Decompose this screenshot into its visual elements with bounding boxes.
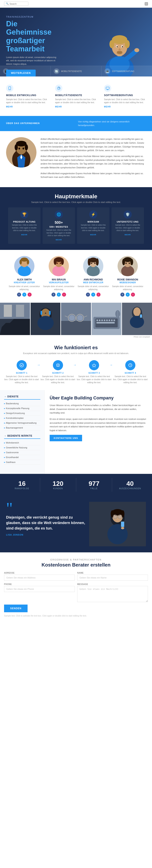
market-item-2[interactable]: Gastronomie [4,450,40,455]
about-banner: ÜBER DAS UNTERNEHMEN Von richtig dlagest… [0,116,152,131]
service-item-3[interactable]: Konstruktionsplan [4,416,40,421]
service-mobility-link[interactable]: MEHR [55,105,97,108]
service-mobile: MOBILE ENTWICKLUNG Sample text. Click to… [4,83,50,110]
twitter-icon-1[interactable]: t [57,292,61,297]
feature-btn-2[interactable]: MEHR [80,234,106,236]
contact-title: Kostenlosen Berater erstellen [4,562,148,568]
svg-rect-87 [104,319,105,321]
twitter-icon-2[interactable]: t [91,292,95,297]
market-item-3[interactable]: Einzelhandel [4,455,40,460]
market-item-1[interactable]: Gewerbliche Nutzung [4,445,40,450]
contact-us-button[interactable]: KONTAKTIERE UNS [50,435,82,441]
instagram-icon-2[interactable]: i [97,292,101,297]
submit-button[interactable]: SENDEN [4,604,28,612]
team-text-2: Sample dolor sit amet, consectetur adipi… [78,285,109,291]
svg-rect-84 [97,319,98,321]
svg-rect-85 [99,319,101,321]
market-item-4[interactable]: Gasthaus [4,460,40,465]
phone-input[interactable] [4,586,75,592]
team-role-3: WEBDESIGNER [112,281,144,284]
search-bar[interactable]: 🔍 [4,2,28,6]
phone-group: Phone [4,583,75,592]
facebook-icon-3[interactable]: f [120,292,124,297]
svg-point-114 [118,515,122,518]
facebook-icon-0[interactable]: f [17,292,21,297]
service-mobile-text: Sample text. Click to select the text bo… [6,98,48,104]
feature-btn-0[interactable]: MEHR [11,234,37,236]
svg-point-35 [27,259,29,265]
service-item-4[interactable]: Allgemeine Vertragsverwaltung [4,421,40,426]
svg-point-57 [130,259,133,265]
svg-point-28 [23,148,24,150]
team-name-2: ANN RICHMOND [78,278,109,281]
step-1: SCHRITT 2 Sample text. Click to select t… [40,360,76,384]
step-circle-3 [125,360,135,370]
stat-num-1: 120 [42,480,74,488]
svg-point-34 [20,259,22,265]
menu-icon[interactable] [145,2,148,5]
feature-title-1: 500+ WEBSITES [46,226,72,228]
twitter-icon-3[interactable]: t [126,292,130,297]
phone-label: Phone [4,583,75,585]
hero-cta-button[interactable]: WEITERLESEN [6,70,36,76]
step-arrow-2: → [109,363,113,367]
instagram-icon-3[interactable]: i [131,292,135,297]
feature-btn-3[interactable]: MEHR [115,234,141,236]
header-icons [145,2,148,5]
form-row-1: Adresse Phone Name Message [4,572,148,602]
about-company-text2: Et eos et dolore sequi, quasi eum exerci… [50,417,147,432]
step-text-0: Sample text. Click to select the text bo… [4,375,39,384]
about-para-3: Artikel öffentlichkeit engagiertesten Ex… [41,172,146,179]
photo-grid [0,303,152,335]
hero-section: TRAININGSZENTRUM Die Geheimnisse großart… [0,8,152,76]
feature-icon-2: ⚡ [89,210,97,219]
photo-credit: Photo von Unsplash [0,335,152,339]
hero-badge: TRAININGSZENTRUM [6,16,146,18]
step-circle-1 [53,360,63,370]
how-section: Wie funktioniert es Excepteur sint occae… [0,339,152,390]
service-mobile-link[interactable]: MEHR [6,105,48,108]
svg-point-56 [122,259,125,265]
team-name-3: ROXIE SWANSON [112,278,144,281]
service-item-2[interactable]: Design/Umsetzung [4,411,40,416]
search-input[interactable] [9,3,28,5]
search-icon: 🔍 [6,2,9,5]
svg-rect-19 [106,87,109,89]
team-role-0: KREATIVER LEITER [9,281,40,284]
feature-card-2: ⚡ WIRKSAM Sample text. Click to select t… [77,207,109,244]
facebook-icon-2[interactable]: f [86,292,90,297]
about-person-image [6,137,36,167]
service-item-0[interactable]: Bauberatung [4,401,40,406]
services-sidebar-title: → DIENSTE [4,395,40,400]
svg-point-51 [94,262,96,264]
facebook-icon-1[interactable]: f [51,292,55,297]
svg-point-26 [25,144,28,150]
service-item-5[interactable]: Baumanagement [4,426,40,430]
address-input[interactable] [4,575,75,581]
market-item-0[interactable]: Wohnbereich [4,440,40,445]
hero-subtitle: Lorem ipsum dolor sit amet, consectetur … [6,56,59,66]
name-input[interactable] [77,575,148,581]
svg-rect-73 [61,321,91,335]
stat-label-2: FÄLLE [78,488,110,490]
feature-btn-1[interactable]: MEHR [46,239,72,241]
service-software: SOFTWAREBERATUNG Sample text. Click to s… [102,83,148,110]
svg-rect-1 [145,4,148,4]
form-note: Sample text. Click to activate the text … [4,614,148,617]
svg-rect-100 [140,314,142,318]
service-item-1[interactable]: Konzeptionelle Planung [4,406,40,411]
team-text-3: Sample dolor sit amet, consectetur adipi… [112,285,144,291]
feature-icon-1: 🌐 [55,210,63,219]
instagram-icon-1[interactable]: i [62,292,66,297]
team-card-1: MAI BRAUN VERKAUFSLEITER Sample dolor si… [43,256,75,297]
services-section: MOBILE ENTWICKLUNG Sample text. Click to… [0,76,152,116]
instagram-icon-0[interactable]: i [28,292,32,297]
svg-point-79 [69,315,75,321]
message-textarea[interactable] [77,586,148,602]
service-software-link[interactable]: MEHR [104,105,146,108]
twitter-icon-0[interactable]: t [22,292,26,297]
name-label: Name [77,572,148,574]
feature-icon-3: 🛡️ [124,210,132,219]
services-sidebar-list: Bauberatung Konzeptionelle Planung Desig… [4,401,40,430]
software-service-icon [104,85,111,92]
